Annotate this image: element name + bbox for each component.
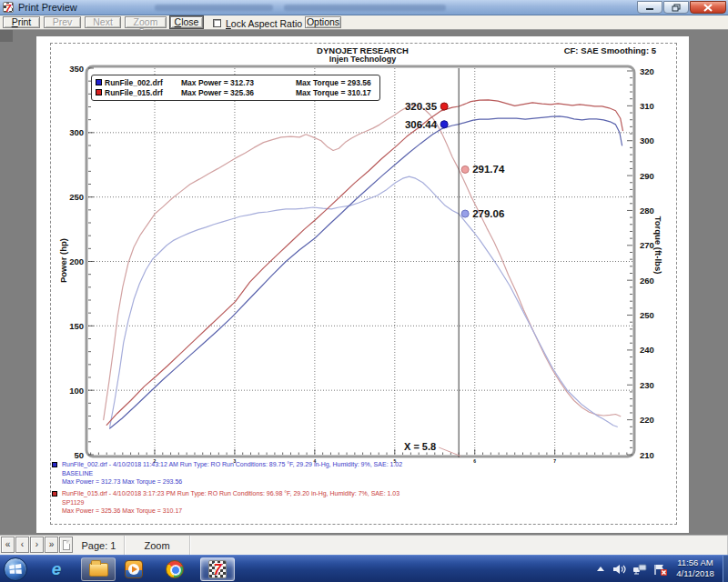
- svg-text:50: 50: [74, 450, 84, 460]
- cursor-x-label: X = 5.8: [404, 441, 436, 452]
- svg-text:280: 280: [640, 206, 654, 216]
- clock-time: 11:56 AM: [670, 557, 721, 568]
- taskbar-item-windows-explorer[interactable]: [81, 557, 116, 581]
- close-preview-button[interactable]: Close: [170, 16, 203, 28]
- legend-max-power: Max Power = 312.73: [181, 78, 296, 87]
- legend-swatch-blue: [96, 79, 102, 85]
- dynojet-icon: 7: [208, 560, 227, 578]
- close-window-button[interactable]: [690, 1, 726, 14]
- cursor-dot: [461, 210, 469, 217]
- screen: 7 Print Preview Print Prev Next Zoom Out…: [0, 0, 728, 582]
- page-setup-button[interactable]: [59, 537, 73, 553]
- taskbar: e 7 11:56 AM 4/11/2018: [0, 555, 728, 582]
- close-icon: [704, 5, 712, 11]
- volume-icon[interactable]: [612, 563, 626, 576]
- run-name: BASELINE: [62, 469, 402, 478]
- cursor-dot: [461, 166, 469, 173]
- axis-ticks: [88, 68, 632, 455]
- svg-text:7: 7: [553, 458, 556, 464]
- window-titlebar[interactable]: 7 Print Preview: [0, 0, 728, 15]
- action-center-flag-icon[interactable]: [653, 563, 668, 577]
- legend-file: RunFile_015.drf: [105, 88, 181, 97]
- prev-page-button[interactable]: ‹: [15, 537, 29, 553]
- app-icon: 7: [3, 2, 14, 13]
- taskbar-clock[interactable]: 11:56 AM 4/11/2018: [670, 557, 721, 579]
- cursor-value-label: 306.44: [405, 119, 438, 130]
- legend-row: RunFile_002.drf Max Power = 312.73 Max T…: [96, 77, 376, 87]
- legend-file: RunFile_002.drf: [105, 78, 181, 87]
- network-icon[interactable]: [632, 563, 647, 576]
- prev-button[interactable]: Prev: [44, 16, 81, 28]
- svg-text:100: 100: [69, 386, 84, 396]
- taskbar-item-chrome[interactable]: [157, 557, 192, 581]
- legend-row: RunFile_015.drf Max Power = 325.36 Max T…: [96, 87, 376, 97]
- toolbar: Print Prev Next Zoom Out Close Lock Aspe…: [0, 15, 728, 30]
- svg-text:150: 150: [69, 321, 84, 331]
- svg-text:290: 290: [640, 171, 654, 181]
- internet-explorer-icon: e: [52, 559, 62, 579]
- options-button[interactable]: Options: [305, 16, 341, 28]
- gridlines: [88, 68, 632, 455]
- taskbar-item-media-player[interactable]: [116, 557, 151, 581]
- svg-text:6: 6: [473, 458, 476, 464]
- run-name: SP1129: [62, 498, 399, 507]
- svg-text:310: 310: [640, 101, 654, 111]
- show-desktop-button[interactable]: [723, 556, 728, 582]
- last-page-button[interactable]: »: [45, 537, 58, 553]
- zoom-indicator[interactable]: Zoom: [125, 536, 190, 555]
- lock-aspect-label: Lock Aspect Ratio: [226, 18, 302, 29]
- statusbar: « ‹ › » Page: 1 Zoom: [0, 535, 728, 555]
- svg-text:250: 250: [69, 192, 84, 202]
- document-icon: [63, 540, 70, 550]
- svg-text:320: 320: [640, 66, 654, 76]
- status-empty-panel: [190, 536, 728, 555]
- lock-aspect-checkbox[interactable]: [213, 19, 221, 27]
- windows-flag-icon: [5, 558, 26, 580]
- minimize-button[interactable]: [637, 1, 662, 14]
- taskbar-item-internet-explorer[interactable]: e: [39, 557, 74, 581]
- title-ghost-text: [284, 5, 446, 11]
- legend-max-torque: Max Torque = 293.56: [296, 78, 376, 87]
- svg-text:200: 200: [69, 256, 84, 266]
- svg-text:270: 270: [640, 240, 654, 250]
- run-swatch-red: [52, 491, 57, 497]
- print-button[interactable]: Print: [3, 16, 40, 28]
- cursor-value-label: 291.74: [472, 164, 505, 175]
- svg-text:220: 220: [640, 415, 654, 425]
- run-annotation-baseline: RunFile_002.drf - 4/10/2018 11:43:12 AM …: [52, 460, 402, 487]
- legend-max-torque: Max Torque = 310.17: [296, 88, 376, 97]
- power-curve-sp1129: [106, 100, 622, 426]
- page-indicator: Page: 1: [74, 536, 125, 555]
- svg-text:260: 260: [640, 276, 654, 286]
- system-tray: [595, 556, 668, 582]
- legend-max-power: Max Power = 325.36: [181, 88, 296, 97]
- cursor-label-leader: [439, 447, 460, 457]
- cursor-dot: [440, 121, 448, 128]
- dyno-chart: 3503002502001501005032031030029028027026…: [36, 36, 689, 533]
- chart-legend: RunFile_002.drf Max Power = 312.73 Max T…: [91, 75, 380, 101]
- media-player-icon: [125, 560, 143, 578]
- run-swatch-blue: [52, 462, 57, 467]
- svg-text:300: 300: [69, 127, 84, 137]
- first-page-button[interactable]: «: [1, 537, 15, 553]
- print-page: DYNOJET RESEARCH Injen Technology CF: SA…: [36, 36, 689, 533]
- torque-curve-sp1129: [104, 105, 621, 420]
- cursor-value-label: 320.35: [405, 101, 438, 112]
- svg-text:300: 300: [640, 135, 654, 146]
- restore-button[interactable]: [663, 1, 689, 14]
- run-max-line: Max Power = 312.73 Max Torque = 293.56: [62, 477, 402, 487]
- next-button[interactable]: Next: [85, 16, 121, 28]
- svg-text:250: 250: [640, 310, 654, 320]
- hidden-icons-arrow[interactable]: [595, 564, 606, 575]
- run-max-line: Max Power = 325.36 Max Torque = 310.17: [62, 507, 399, 516]
- taskbar-item-dynojet-winpep[interactable]: 7: [200, 557, 235, 581]
- legend-swatch-red: [96, 89, 102, 95]
- preview-corner: [0, 30, 13, 42]
- zoom-out-button[interactable]: Zoom Out: [125, 16, 167, 28]
- start-button[interactable]: [4, 557, 27, 581]
- folder-icon: [89, 563, 108, 577]
- run-annotation-sp1129: RunFile_015.drf - 4/10/2018 3:17:23 PM R…: [52, 489, 399, 516]
- next-page-button[interactable]: ›: [30, 537, 44, 553]
- preview-area: DYNOJET RESEARCH Injen Technology CF: SA…: [0, 30, 728, 535]
- run-info-line: RunFile_002.drf - 4/10/2018 11:43:12 AM …: [62, 460, 402, 469]
